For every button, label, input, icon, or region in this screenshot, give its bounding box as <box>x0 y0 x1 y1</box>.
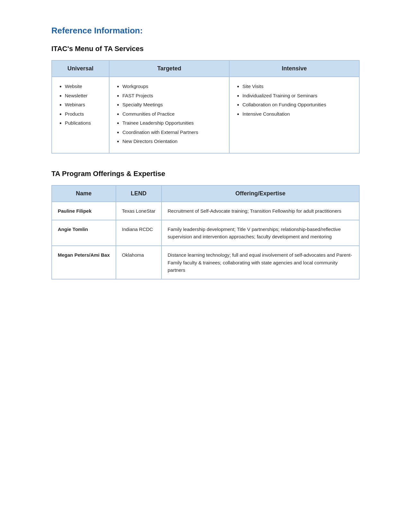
ta-services-heading: ITAC's Menu of TA Services <box>51 45 360 53</box>
table-row: Pauline Filipek Texas LoneStar Recruitme… <box>52 202 359 220</box>
intensive-cell: Site Visits Individualized Training or S… <box>229 77 359 153</box>
universal-list: Website Newsletter Webinars Products Pub… <box>58 83 102 127</box>
col-header-intensive: Intensive <box>229 60 359 77</box>
list-item: Newsletter <box>65 92 102 100</box>
list-item: Communities of Practice <box>122 111 223 118</box>
person-offering-1: Family leadership development; Title V p… <box>162 220 359 246</box>
page-container: Reference Information: ITAC's Menu of TA… <box>51 26 360 279</box>
person-lend-1: Indiana RCDC <box>116 220 162 246</box>
list-item: Specialty Meetings <box>122 101 223 109</box>
list-item: Coordination with External Partners <box>122 129 223 136</box>
program-offerings-table: Name LEND Offering/Expertise Pauline Fil… <box>51 185 360 280</box>
ta-table-data-row: Website Newsletter Webinars Products Pub… <box>52 77 359 153</box>
person-lend-0: Texas LoneStar <box>116 202 162 220</box>
list-item: Intensive Consultation <box>242 111 353 118</box>
list-item: Products <box>65 111 102 118</box>
table-row: Angie Tomlin Indiana RCDC Family leaders… <box>52 220 359 246</box>
list-item: Site Visits <box>242 83 353 90</box>
list-item: Individualized Training or Seminars <box>242 92 353 100</box>
col-header-lend: LEND <box>116 185 162 202</box>
table-row: Megan Peters/Ami Bax Oklahoma Distance l… <box>52 246 359 279</box>
person-name-1: Angie Tomlin <box>52 220 116 246</box>
universal-cell: Website Newsletter Webinars Products Pub… <box>52 77 109 153</box>
targeted-cell: Workgroups FAST Projects Specialty Meeti… <box>109 77 229 153</box>
col-header-name: Name <box>52 185 116 202</box>
program-table-header-row: Name LEND Offering/Expertise <box>52 185 359 202</box>
list-item: New Directors Orientation <box>122 138 223 145</box>
program-offerings-heading: TA Program Offerings & Expertise <box>51 170 360 178</box>
targeted-list: Workgroups FAST Projects Specialty Meeti… <box>116 83 223 145</box>
intensive-list: Site Visits Individualized Training or S… <box>236 83 353 118</box>
list-item: Trainee Leadership Opportunities <box>122 120 223 127</box>
person-offering-0: Recruitment of Self-Advocate training; T… <box>162 202 359 220</box>
person-name-2: Megan Peters/Ami Bax <box>52 246 116 279</box>
ta-services-table: Universal Targeted Intensive Website New… <box>51 60 360 154</box>
col-header-targeted: Targeted <box>109 60 229 77</box>
list-item: Publications <box>65 120 102 127</box>
list-item: FAST Projects <box>122 92 223 100</box>
list-item: Webinars <box>65 101 102 109</box>
col-header-universal: Universal <box>52 60 109 77</box>
page-title: Reference Information: <box>51 26 360 36</box>
person-offering-2: Distance learning technology; full and e… <box>162 246 359 279</box>
person-lend-2: Oklahoma <box>116 246 162 279</box>
ta-services-section: ITAC's Menu of TA Services Universal Tar… <box>51 45 360 154</box>
ta-table-header-row: Universal Targeted Intensive <box>52 60 359 77</box>
list-item: Collaboration on Funding Opportunities <box>242 101 353 109</box>
program-offerings-section: TA Program Offerings & Expertise Name LE… <box>51 170 360 280</box>
col-header-offering: Offering/Expertise <box>162 185 359 202</box>
list-item: Workgroups <box>122 83 223 90</box>
list-item: Website <box>65 83 102 90</box>
person-name-0: Pauline Filipek <box>52 202 116 220</box>
